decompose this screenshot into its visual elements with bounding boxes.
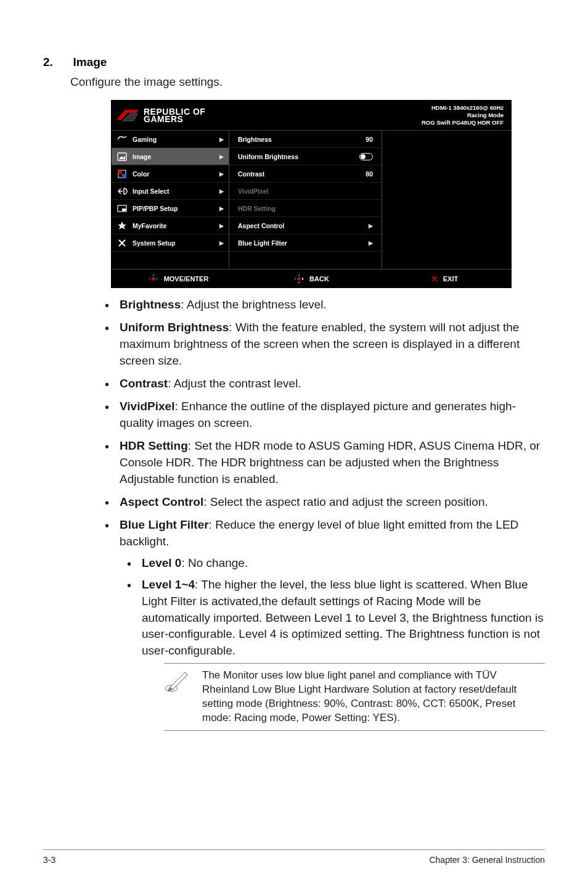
nav-input-select[interactable]: Input Select ▶ — [112, 183, 229, 200]
nav-label: System Setup — [133, 239, 219, 247]
svg-point-10 — [152, 277, 155, 281]
svg-marker-13 — [157, 278, 158, 280]
joystick-back-icon — [293, 273, 304, 284]
list-item: Level 0: No change. — [120, 555, 545, 572]
footer-back: BACK — [245, 273, 378, 284]
pencil-note-icon — [164, 669, 191, 693]
list-item: Aspect Control: Select the aspect ratio … — [97, 494, 545, 511]
pip-icon — [116, 203, 128, 214]
setting-uniform-brightness[interactable]: Uniform Brightness — [229, 148, 382, 165]
setting-brightness[interactable]: Brightness 90 — [229, 131, 382, 148]
setting-hdr: HDR Setting — [229, 200, 382, 217]
section-number: 2. — [43, 56, 70, 69]
nav-label: Input Select — [133, 188, 219, 195]
page-footer: 3-3 Chapter 3: General Instruction — [43, 849, 545, 865]
feature-list: Brightness: Adjust the brightness level.… — [97, 297, 545, 731]
setting-label: HDR Setting — [238, 205, 276, 212]
section-title: Image — [73, 56, 107, 69]
chevron-right-icon: ▶ — [219, 240, 224, 246]
chevron-right-icon: ▶ — [219, 188, 224, 194]
setting-label: Contrast — [238, 170, 264, 178]
footer-move-enter: MOVE/ENTER — [112, 273, 245, 284]
setting-aspect-control[interactable]: Aspect Control ▶ — [229, 217, 382, 234]
chevron-right-icon: ▶ — [219, 171, 224, 177]
osd-status-resolution: HDMI-1 3840x2160@ 60Hz — [422, 104, 504, 112]
osd-side-panel — [382, 131, 511, 269]
note-block: The Monitor uses low blue light panel an… — [164, 663, 545, 731]
list-item: HDR Setting: Set the HDR mode to ASUS Ga… — [97, 438, 545, 488]
setting-label: Aspect Control — [238, 222, 284, 229]
nav-image[interactable]: Image ▶ — [112, 148, 229, 165]
osd-footer: MOVE/ENTER BACK ✕ EXIT — [112, 269, 511, 287]
osd-status-model: ROG Swift PG48UQ HDR OFF — [422, 119, 504, 126]
nav-label: Gaming — [133, 136, 219, 143]
svg-marker-3 — [119, 155, 125, 159]
nav-label: Color — [133, 170, 219, 178]
gaming-icon — [116, 134, 128, 145]
sub-feature-list: Level 0: No change. Level 1~4: The highe… — [120, 555, 545, 732]
svg-marker-12 — [149, 278, 150, 280]
list-item: Brightness: Adjust the brightness level. — [97, 297, 545, 313]
setting-value: 80 — [365, 170, 373, 178]
nav-label: MyFavorite — [133, 222, 219, 229]
chevron-right-icon: ▶ — [219, 136, 224, 142]
list-item: Uniform Brightness: With the feature ena… — [97, 320, 545, 369]
setting-label: Brightness — [238, 136, 272, 143]
osd-status-mode: Racing Mode — [422, 112, 504, 119]
setting-label: VividPixel — [238, 188, 268, 195]
svg-rect-5 — [118, 170, 122, 174]
joystick-move-icon — [148, 273, 159, 284]
setting-value: 90 — [365, 136, 373, 143]
svg-marker-17 — [302, 278, 304, 280]
chevron-right-icon: ▶ — [219, 223, 224, 229]
nav-color[interactable]: Color ▶ — [112, 165, 229, 183]
nav-system-setup[interactable]: System Setup ▶ — [112, 234, 229, 252]
list-item: Contrast: Adjust the contrast level. — [97, 376, 545, 392]
toggle-off-icon[interactable] — [359, 153, 373, 160]
nav-gaming[interactable]: Gaming ▶ — [112, 131, 229, 148]
chevron-right-icon: ▶ — [369, 223, 373, 229]
svg-rect-6 — [122, 174, 126, 178]
list-item: Blue Light Filter: Reduce the energy lev… — [97, 517, 545, 732]
footer-exit: ✕ EXIT — [378, 274, 511, 284]
setting-contrast[interactable]: Contrast 80 — [229, 165, 382, 183]
nav-label: Image — [133, 153, 219, 160]
close-x-icon: ✕ — [431, 274, 438, 284]
color-icon — [116, 168, 128, 179]
nav-pip-pbp[interactable]: PIP/PBP Setup ▶ — [112, 200, 229, 217]
nav-label: PIP/PBP Setup — [133, 205, 219, 212]
osd-settings: Brightness 90 Uniform Brightness Contras… — [229, 131, 382, 269]
svg-rect-8 — [122, 208, 126, 211]
image-icon — [116, 151, 128, 162]
chevron-right-icon: ▶ — [219, 205, 224, 212]
list-item: Level 1~4: The higher the level, the les… — [120, 577, 545, 732]
svg-marker-18 — [298, 282, 300, 284]
setting-label: Blue Light Filter — [238, 239, 287, 247]
setting-vividpixel: VividPixel — [229, 183, 382, 200]
setting-label: Uniform Brightness — [238, 153, 298, 160]
note-text: The Monitor uses low blue light panel an… — [202, 669, 545, 725]
input-icon — [116, 186, 128, 197]
svg-point-14 — [297, 277, 301, 281]
tools-icon — [116, 237, 128, 249]
chapter-label: Chapter 3: General Instruction — [429, 855, 545, 865]
svg-marker-16 — [294, 278, 296, 280]
svg-marker-15 — [298, 274, 300, 276]
list-item: VividPixel: Enhance the outline of the d… — [97, 398, 545, 432]
svg-marker-9 — [118, 221, 126, 229]
section-subtitle: Configure the image settings. — [70, 75, 545, 89]
osd-nav: Gaming ▶ Image ▶ Color ▶ Input Select ▶ — [112, 131, 229, 269]
osd-menu: REPUBLIC OF GAMERS HDMI-1 3840x2160@ 60H… — [111, 100, 512, 288]
nav-myfavorite[interactable]: MyFavorite ▶ — [112, 217, 229, 234]
osd-header: REPUBLIC OF GAMERS HDMI-1 3840x2160@ 60H… — [112, 101, 511, 131]
star-icon — [116, 220, 128, 231]
svg-marker-11 — [152, 274, 155, 276]
page-number: 3-3 — [43, 855, 55, 865]
chevron-right-icon: ▶ — [369, 240, 373, 246]
rog-logo-icon — [115, 107, 140, 123]
setting-blue-light-filter[interactable]: Blue Light Filter ▶ — [229, 234, 382, 252]
chevron-right-icon: ▶ — [219, 154, 224, 160]
